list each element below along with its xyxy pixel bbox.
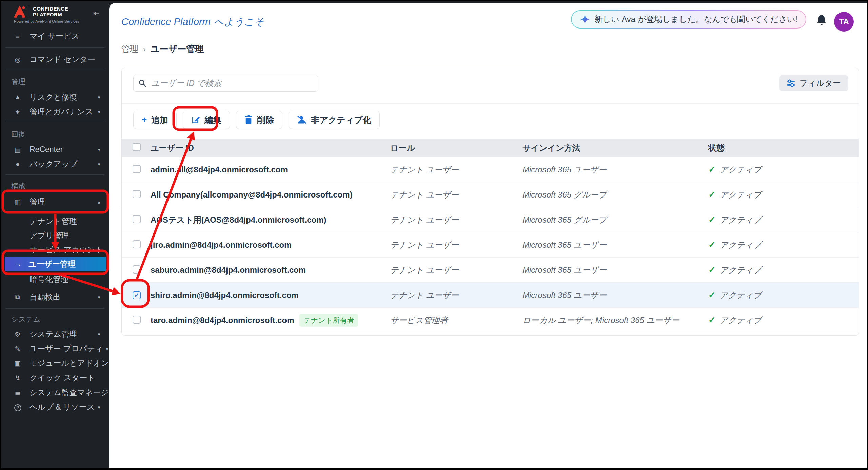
user-slash-icon xyxy=(297,115,307,124)
my-services-icon: ≡ xyxy=(13,32,22,40)
breadcrumb: 管理 › ユーザー管理 xyxy=(121,43,204,55)
user-id-cell: taro.admin@8d4jp4.onmicrosoft.com テナント所有… xyxy=(151,314,390,327)
sidebar-item-tenant-management[interactable]: テナント管理 xyxy=(1,214,109,229)
pages-icon: ⧉ xyxy=(13,293,22,301)
sidebar-item-backup[interactable]: ● バックアップ ▾ xyxy=(1,157,109,171)
sidebar-item-quick-start[interactable]: ↯ クイック スタート xyxy=(1,371,109,385)
user-id-cell: admin.all@8d4jp4.onmicrosoft.com xyxy=(151,165,390,174)
main-content: Confidence Platformへようこそ 新しい Ava が登場しました… xyxy=(109,3,867,468)
tenant-owner-badge: テナント所有者 xyxy=(299,314,358,327)
avepoint-logo-icon xyxy=(14,6,25,18)
sidebar-collapse-icon[interactable]: ⇤ xyxy=(93,9,99,18)
table-body: admin.all@8d4jp4.onmicrosoft.com テナント ユー… xyxy=(122,157,859,333)
column-header-signin: サインイン方法 xyxy=(522,143,708,153)
search-icon xyxy=(138,79,146,87)
sidebar-divider xyxy=(6,47,104,48)
sidebar-divider xyxy=(6,174,104,175)
brand-name: CONFIDENCE PLATFORM xyxy=(33,6,68,17)
column-header-user-id: ユーザー ID xyxy=(151,143,390,153)
row-checkbox[interactable] xyxy=(133,215,141,223)
shield-icon: ● xyxy=(13,160,22,168)
sidebar-divider xyxy=(6,122,104,122)
edit-button[interactable]: 編集 xyxy=(183,111,230,129)
row-checkbox-checked[interactable]: ✓ xyxy=(133,291,141,299)
sidebar-item-app-management[interactable]: アプリ管理 xyxy=(1,228,109,243)
sidebar-item-help-resources[interactable]: ? ヘルプ & リソース ▾ xyxy=(1,400,109,414)
breadcrumb-parent[interactable]: 管理 xyxy=(121,43,138,55)
sidebar-item-encryption-management[interactable]: 暗号化管理 xyxy=(1,272,109,287)
chevron-down-icon: ▾ xyxy=(98,147,100,153)
sidebar-item-recenter[interactable]: ▤ ReCenter ▾ xyxy=(1,142,109,157)
active-check-icon: ✓ xyxy=(708,189,716,200)
ava-banner[interactable]: 新しい Ava が登場しました。なんでも聞いてください! xyxy=(571,10,807,29)
chevron-down-icon: ▾ xyxy=(98,294,100,300)
list-icon: ≣ xyxy=(13,389,22,397)
screenshot-frame: CONFIDENCE PLATFORM Powered by AvePoint … xyxy=(0,0,868,470)
add-button[interactable]: + 追加 xyxy=(133,111,177,129)
building-icon: ▤ xyxy=(13,146,22,154)
filter-button[interactable]: フィルター xyxy=(779,75,848,91)
search-input[interactable] xyxy=(151,78,313,88)
deactivate-button[interactable]: 非アクティブ化 xyxy=(289,111,380,129)
row-checkbox[interactable] xyxy=(133,265,141,274)
sidebar-section-config: 構成 xyxy=(11,179,25,193)
active-check-icon: ✓ xyxy=(708,240,716,250)
app-window: CONFIDENCE PLATFORM Powered by AvePoint … xyxy=(1,1,867,468)
chevron-down-icon: ▾ xyxy=(98,331,100,337)
table-row[interactable]: taro.admin@8d4jp4.onmicrosoft.com テナント所有… xyxy=(122,308,859,333)
table-row[interactable]: admin.all@8d4jp4.onmicrosoft.com テナント ユー… xyxy=(122,157,859,182)
delete-button[interactable]: 削除 xyxy=(236,111,282,129)
logo-divider xyxy=(29,6,29,17)
column-header-role: ロール xyxy=(390,143,522,153)
sidebar-section-recovery: 回復 xyxy=(11,128,25,141)
user-id-cell: jiro.admin@8d4jp4.onmicrosoft.com xyxy=(151,240,390,250)
table-row[interactable]: jiro.admin@8d4jp4.onmicrosoft.com テナント ユ… xyxy=(122,232,859,258)
sidebar-item-user-management-selected[interactable]: → ユーザー管理 xyxy=(5,257,106,271)
chevron-down-icon: ▾ xyxy=(98,94,100,100)
search-box xyxy=(133,75,318,92)
active-check-icon: ✓ xyxy=(708,290,716,300)
card-divider xyxy=(122,103,859,104)
row-checkbox[interactable] xyxy=(133,316,141,324)
sidebar-item-modules-addons[interactable]: ▣ モジュールとアドオン xyxy=(1,356,109,371)
sidebar-item-system-audit-manager[interactable]: ≣ システム監査マネージャー xyxy=(1,385,109,400)
table-row[interactable]: AOSテスト用(AOS@8d4jp4.onmicrosoft.com) テナント… xyxy=(122,207,859,232)
sidebar-item-system-admin[interactable]: ⚙ システム管理 ▾ xyxy=(1,327,109,341)
row-checkbox[interactable] xyxy=(133,240,141,248)
breadcrumb-separator-icon: › xyxy=(143,44,146,54)
bag-icon: ▣ xyxy=(13,359,22,368)
notifications-bell-icon[interactable] xyxy=(816,14,827,28)
select-all-checkbox[interactable] xyxy=(133,143,141,151)
admin-icon: ▦ xyxy=(13,198,22,206)
table-row[interactable]: saburo.admin@8d4jp4.onmicrosoft.com テナント… xyxy=(122,258,859,283)
sidebar-section-admin: 管理 xyxy=(11,75,25,89)
user-table-card: フィルター + 追加 編集 xyxy=(121,68,859,336)
welcome-title: Confidence Platformへようこそ xyxy=(121,15,264,29)
sidebar-item-command-center[interactable]: ◎ コマンド センター xyxy=(1,52,109,67)
sidebar-item-risk-remediation[interactable]: ▲ リスクと修復 ▾ xyxy=(1,90,109,105)
avatar[interactable]: TA xyxy=(834,12,854,32)
welcome-suffix: へようこそ xyxy=(214,16,264,27)
chevron-down-icon: ▾ xyxy=(106,346,108,352)
trash-icon xyxy=(244,115,253,124)
sidebar-item-user-properties[interactable]: ✎ ユーザー プロパティ ▾ xyxy=(1,341,109,356)
sidebar-item-admin-governance[interactable]: ∗ 管理とガバナンス ▾ xyxy=(1,105,109,119)
sidebar: CONFIDENCE PLATFORM Powered by AvePoint … xyxy=(1,1,109,468)
user-id-cell: saburo.admin@8d4jp4.onmicrosoft.com xyxy=(151,265,390,275)
table-row[interactable]: All Company(allcompany@8d4jp4.onmicrosof… xyxy=(122,182,859,207)
row-checkbox[interactable] xyxy=(133,165,141,173)
brand-logo: CONFIDENCE PLATFORM xyxy=(14,6,68,18)
sidebar-item-service-account[interactable]: サービス アカウント xyxy=(1,243,109,257)
sidebar-item-auto-detect[interactable]: ⧉ 自動検出 ▾ xyxy=(1,290,109,304)
user-id-cell: AOSテスト用(AOS@8d4jp4.onmicrosoft.com) xyxy=(151,214,390,225)
ava-diamond-icon xyxy=(580,14,590,24)
sidebar-item-my-services[interactable]: ≡ マイ サービス xyxy=(1,29,109,43)
sidebar-section-system: システム xyxy=(11,313,40,326)
powered-by: Powered by AvePoint Online Services xyxy=(14,19,79,23)
toolbar: + 追加 編集 xyxy=(133,111,380,129)
table-row-selected[interactable]: ✓ shiro.admin@8d4jp4.onmicrosoft.com テナン… xyxy=(122,283,859,308)
active-check-icon: ✓ xyxy=(708,315,716,325)
row-checkbox[interactable] xyxy=(133,190,141,198)
brand-line2: PLATFORM xyxy=(33,12,68,17)
sidebar-item-admin[interactable]: ▦ 管理 ▴ xyxy=(1,194,109,209)
